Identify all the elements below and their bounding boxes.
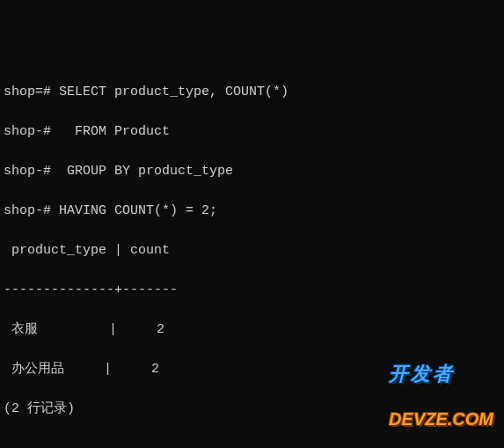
watermark: 开发者 DEVZE.COM	[389, 338, 493, 441]
sql-prompt-line: shop-# HAVING COUNT(*) = 2;	[4, 202, 500, 222]
watermark-top: 开发者	[389, 364, 493, 384]
sql-prompt-line: shop=# SELECT product_type, COUNT(*)	[4, 83, 500, 103]
sql-prompt-line: shop-# FROM Product	[4, 122, 500, 143]
watermark-bottom: DEVZE.COM	[389, 410, 493, 428]
sql-prompt-line: shop-# GROUP BY product_type	[4, 162, 500, 182]
result-divider: --------------+-------	[4, 281, 500, 301]
result-header: product_type | count	[4, 241, 500, 261]
